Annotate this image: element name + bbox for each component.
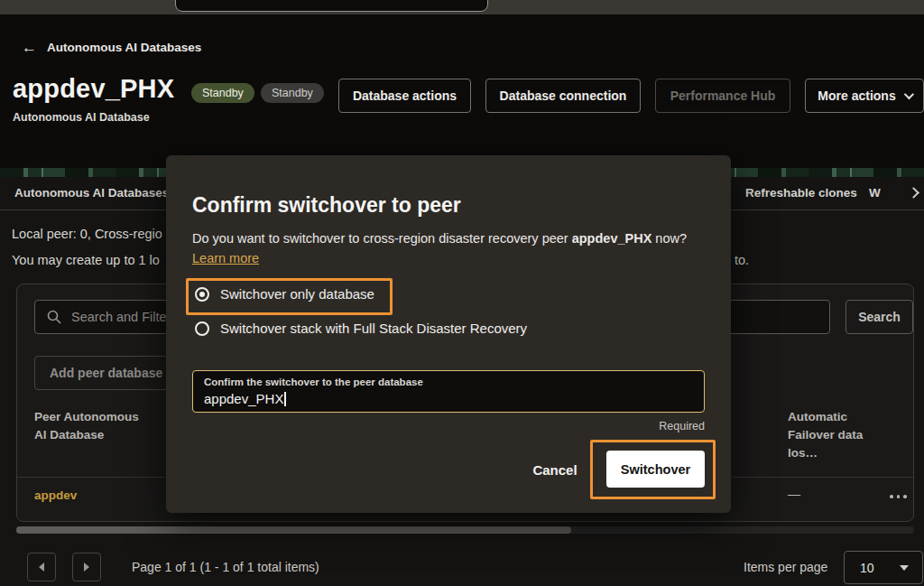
next-page-icon bbox=[84, 563, 89, 572]
column-header-peer-database: Peer Autonomous AI Database bbox=[34, 408, 141, 444]
pagination-summary: Page 1 of 1 (1 - 1 of 1 total items) bbox=[132, 560, 319, 574]
confirm-switchover-dialog: Confirm switchover to peer Do you want t… bbox=[166, 155, 731, 513]
radio-unselected-icon bbox=[195, 321, 209, 336]
column-header-automatic-failover: Automatic Failover data los… bbox=[788, 408, 878, 462]
chevron-down-icon bbox=[903, 89, 913, 99]
peer-database-link[interactable]: appdev bbox=[34, 488, 77, 502]
dialog-body-prefix: Do you want to switchover to cross-regio… bbox=[192, 231, 572, 246]
info-line-2-right: to. bbox=[735, 253, 749, 267]
oci-console: ← Autonomous AI Databases appdev_PHX Sta… bbox=[0, 0, 924, 586]
tab-overflow-w[interactable]: W bbox=[869, 186, 881, 200]
scrollbar-thumb[interactable] bbox=[16, 526, 571, 534]
breadcrumb[interactable]: Autonomous AI Databases bbox=[47, 41, 201, 54]
dialog-title: Confirm switchover to peer bbox=[192, 193, 461, 218]
switchover-button[interactable]: Switchover bbox=[606, 451, 705, 488]
items-per-page-value: 10 bbox=[860, 561, 874, 575]
items-per-page-label: Items per page bbox=[744, 560, 827, 574]
top-search-field[interactable] bbox=[175, 0, 488, 12]
page-subtitle: Autonomous AI Database bbox=[13, 111, 150, 124]
page-title: appdev_PHX bbox=[13, 74, 174, 104]
performance-hub-label: Performance Hub bbox=[670, 88, 776, 103]
info-line-1: Local peer: 0, Cross-regio bbox=[12, 227, 162, 241]
database-actions-button[interactable]: Database actions bbox=[338, 79, 471, 113]
required-label: Required bbox=[659, 420, 705, 433]
chevron-down-icon bbox=[900, 565, 909, 571]
radio-selected-icon bbox=[195, 287, 209, 302]
radio-label: Switchover only database bbox=[220, 286, 374, 302]
items-per-page-select[interactable]: 10 bbox=[844, 551, 923, 584]
learn-more-link[interactable]: Learn more bbox=[192, 251, 259, 265]
more-actions-button[interactable]: More actions bbox=[805, 79, 924, 113]
confirm-peer-input-value: appdev_PHX bbox=[204, 391, 286, 406]
dialog-body: Do you want to switchover to cross-regio… bbox=[192, 229, 711, 247]
text-caret bbox=[284, 392, 286, 406]
confirm-peer-input-label: Confirm the switchover to the peer datab… bbox=[204, 377, 423, 387]
search-button[interactable]: Search bbox=[845, 300, 913, 334]
previous-page-icon bbox=[39, 563, 44, 572]
status-badge-standby: Standby bbox=[191, 83, 254, 103]
more-actions-label: More actions bbox=[818, 88, 895, 103]
dialog-body-peer-name: appdev_PHX bbox=[572, 231, 652, 246]
info-line-2: You may create up to 1 lo bbox=[12, 253, 160, 267]
dialog-body-suffix: now? bbox=[651, 231, 687, 246]
database-actions-label: Database actions bbox=[353, 88, 457, 103]
database-connection-button[interactable]: Database connection bbox=[485, 79, 641, 113]
performance-hub-button[interactable]: Performance Hub bbox=[655, 79, 790, 113]
failover-value: — bbox=[788, 487, 800, 501]
radio-label: Switchover stack with Full Stack Disaste… bbox=[220, 321, 527, 336]
database-connection-label: Database connection bbox=[500, 88, 627, 103]
row-actions-icon[interactable] bbox=[890, 495, 907, 498]
previous-page-button[interactable] bbox=[27, 553, 56, 581]
radio-switchover-only-database[interactable]: Switchover only database bbox=[195, 286, 374, 302]
confirm-peer-input[interactable]: Confirm the switchover to the peer datab… bbox=[192, 370, 705, 413]
tab-autonomous-ai-databases[interactable]: Autonomous AI Databases bbox=[14, 186, 169, 200]
cancel-button[interactable]: Cancel bbox=[523, 455, 587, 484]
horizontal-scrollbar[interactable] bbox=[16, 526, 914, 534]
tab-refreshable-clones[interactable]: Refreshable clones bbox=[745, 186, 857, 200]
next-page-button[interactable] bbox=[72, 553, 101, 581]
back-arrow-icon[interactable]: ← bbox=[22, 39, 37, 57]
top-chrome-strip bbox=[0, 0, 924, 14]
status-badge-standby-2: Standby bbox=[261, 83, 324, 103]
radio-switchover-full-stack[interactable]: Switchover stack with Full Stack Disaste… bbox=[195, 321, 527, 336]
